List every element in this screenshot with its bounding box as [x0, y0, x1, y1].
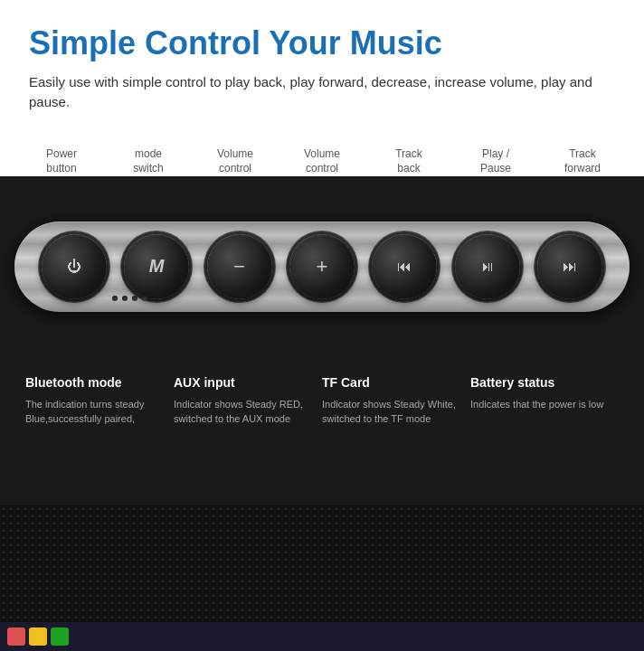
tf-title: TF Card — [322, 375, 463, 390]
power-button[interactable]: ⏻ — [42, 234, 107, 299]
volume-up-icon: + — [317, 255, 328, 278]
info-grid: Bluetooth mode The indication turns stea… — [25, 375, 619, 427]
device-bar: ⏻ M − + ⏮ ⏯ ⏭ — [14, 222, 630, 312]
subtitle: Easily use with simple control to play b… — [29, 72, 615, 113]
taskbar-icon-3[interactable] — [51, 627, 69, 646]
taskbar-icon-1[interactable] — [7, 627, 25, 646]
label-track-back: Track back — [365, 147, 452, 175]
indicator-dot-3 — [132, 296, 137, 301]
track-forward-button[interactable]: ⏭ — [537, 234, 602, 299]
info-battery: Battery status Indicates that the power … — [470, 375, 619, 427]
indicator-dot-2 — [122, 296, 128, 301]
info-bluetooth: Bluetooth mode The indication turns stea… — [25, 375, 174, 427]
aux-desc: Indicator shows Steady RED, switched to … — [174, 397, 315, 427]
track-back-button[interactable]: ⏮ — [372, 234, 437, 299]
power-icon: ⏻ — [67, 259, 81, 275]
mode-button[interactable]: M — [124, 234, 189, 299]
taskbar — [0, 622, 644, 651]
tf-desc: Indicator shows Steady White, switched t… — [322, 397, 463, 427]
labels-section: Power button mode switch Volume control … — [0, 113, 644, 176]
mode-icon: M — [149, 256, 165, 277]
track-back-icon: ⏮ — [397, 259, 412, 275]
label-vol-up: Volume control — [279, 147, 365, 175]
battery-title: Battery status — [470, 375, 611, 390]
info-section: Bluetooth mode The indication turns stea… — [0, 357, 644, 506]
aux-title: AUX input — [174, 375, 315, 390]
page-wrapper: Simple Control Your Music Easily use wit… — [0, 0, 644, 651]
bluetooth-desc: The indication turns steady Blue,success… — [25, 397, 166, 427]
label-container: Power button mode switch Volume control … — [0, 129, 644, 176]
play-pause-button[interactable]: ⏯ — [455, 234, 520, 299]
volume-down-button[interactable]: − — [207, 234, 272, 299]
volume-up-button[interactable]: + — [289, 234, 355, 299]
track-forward-icon: ⏭ — [563, 259, 577, 275]
top-section: Simple Control Your Music Easily use wit… — [0, 0, 644, 113]
taskbar-start — [0, 627, 69, 646]
label-power: Power button — [18, 147, 105, 175]
info-aux: AUX input Indicator shows Steady RED, sw… — [174, 375, 322, 427]
indicator-dot-4 — [142, 296, 147, 301]
indicator-dot-1 — [112, 296, 118, 301]
device-section: ⏻ M − + ⏮ ⏯ ⏭ — [0, 176, 644, 357]
volume-down-icon: − — [233, 255, 245, 278]
battery-desc: Indicates that the power is low — [470, 397, 611, 412]
label-vol-down: Volume control — [192, 147, 279, 175]
speaker-grill — [0, 505, 644, 622]
play-pause-icon: ⏯ — [480, 259, 495, 275]
label-track-fwd: Track forward — [539, 147, 626, 175]
bluetooth-title: Bluetooth mode — [25, 375, 166, 390]
label-play-pause: Play / Pause — [452, 147, 539, 175]
main-title: Simple Control Your Music — [29, 25, 615, 61]
info-tf: TF Card Indicator shows Steady White, sw… — [322, 375, 470, 427]
indicator-dots — [112, 296, 147, 301]
label-mode: mode switch — [105, 147, 192, 175]
taskbar-icon-2[interactable] — [29, 627, 47, 646]
